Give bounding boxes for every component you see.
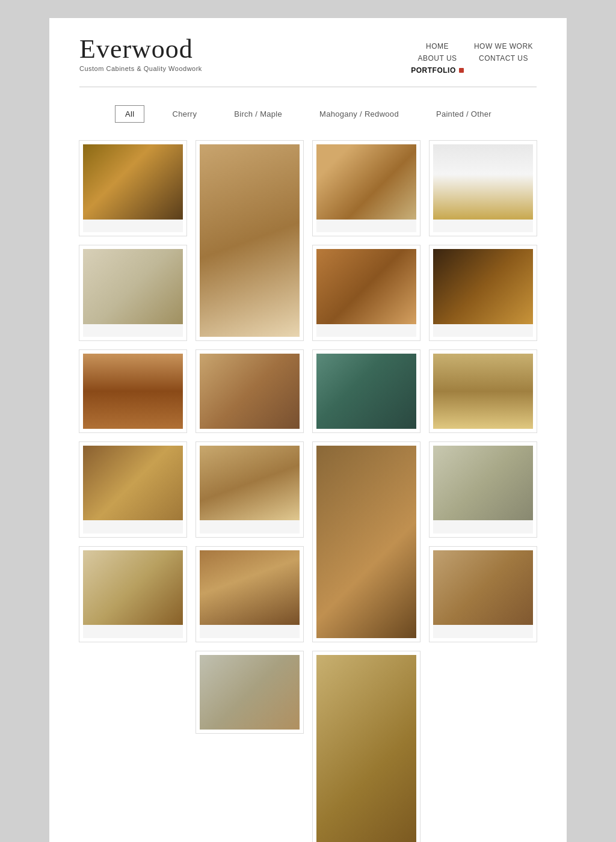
portfolio-indicator <box>459 68 464 73</box>
gallery-item[interactable] <box>430 547 537 642</box>
gallery-item[interactable] <box>313 442 420 642</box>
gallery-image <box>316 446 416 638</box>
filter-bar: All Cherry Birch / Maple Mahogany / Redw… <box>49 87 567 135</box>
header: Everwood Custom Cabinets & Quality Woodw… <box>49 18 567 75</box>
page-wrapper: Everwood Custom Cabinets & Quality Woodw… <box>49 18 567 842</box>
gallery-image <box>83 550 183 625</box>
gallery-image <box>316 354 416 429</box>
gallery-image <box>433 550 533 625</box>
gallery-item[interactable] <box>313 245 420 340</box>
gallery-image <box>200 144 300 337</box>
gallery-item[interactable] <box>196 442 303 537</box>
nav-col-2: HOW WE WORK CONTACT US <box>470 42 537 75</box>
gallery-item[interactable] <box>79 442 186 537</box>
nav-contact[interactable]: CONTACT US <box>479 54 528 63</box>
filter-all[interactable]: All <box>115 105 144 123</box>
gallery-image <box>83 446 183 521</box>
logo: Everwood <box>79 36 202 63</box>
gallery-item[interactable] <box>430 245 537 340</box>
gallery-grid <box>49 135 567 842</box>
gallery-image <box>200 550 300 625</box>
gallery-item[interactable] <box>430 141 537 236</box>
gallery-image <box>316 655 416 843</box>
gallery-item[interactable] <box>196 547 303 642</box>
nav-col-1: HOME ABOUT US PORTFOLIO <box>404 42 470 75</box>
gallery-image <box>316 249 416 324</box>
logo-area: Everwood Custom Cabinets & Quality Woodw… <box>79 36 202 72</box>
gallery-item[interactable] <box>79 350 186 432</box>
gallery-item[interactable] <box>79 547 186 642</box>
gallery-image <box>83 249 183 324</box>
gallery-item[interactable] <box>79 141 186 236</box>
filter-birch-maple[interactable]: Birch / Maple <box>224 106 292 122</box>
gallery-image <box>200 354 300 429</box>
gallery-item[interactable] <box>313 141 420 236</box>
logo-tagline: Custom Cabinets & Quality Woodwork <box>79 65 202 72</box>
gallery-image <box>200 446 300 521</box>
gallery-item[interactable] <box>79 245 186 340</box>
main-nav: HOME ABOUT US PORTFOLIO HOW WE WORK CONT… <box>404 42 537 75</box>
gallery-item[interactable] <box>430 442 537 537</box>
nav-how-we-work[interactable]: HOW WE WORK <box>474 42 533 51</box>
nav-home[interactable]: HOME <box>426 42 449 51</box>
gallery-image <box>316 144 416 220</box>
gallery-image <box>433 354 533 429</box>
filter-cherry[interactable]: Cherry <box>162 106 206 122</box>
gallery-image <box>200 655 300 730</box>
gallery-image <box>83 354 183 429</box>
nav-about[interactable]: ABOUT US <box>417 54 457 63</box>
gallery-item[interactable] <box>196 651 303 734</box>
nav-portfolio[interactable]: PORTFOLIO <box>411 66 464 75</box>
filter-painted-other[interactable]: Painted / Other <box>427 106 501 122</box>
gallery-image <box>83 144 183 220</box>
gallery-item[interactable] <box>196 141 303 340</box>
gallery-image <box>433 446 533 521</box>
gallery-item[interactable] <box>196 350 303 432</box>
gallery-item[interactable] <box>313 350 420 432</box>
gallery-image <box>433 249 533 324</box>
gallery-item[interactable] <box>430 350 537 432</box>
filter-mahogany-redwood[interactable]: Mahogany / Redwood <box>310 106 408 122</box>
gallery-image <box>433 144 533 220</box>
gallery-item[interactable] <box>313 651 420 843</box>
